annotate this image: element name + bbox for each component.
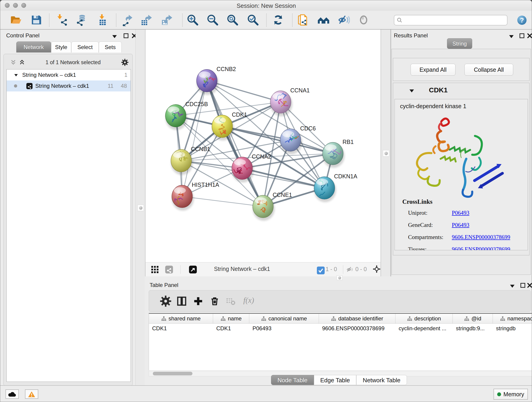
search-input[interactable]	[404, 17, 505, 24]
float-panel-icon[interactable]	[508, 33, 514, 39]
string-import-button[interactable]	[296, 13, 311, 27]
node-CCNB1[interactable]: CCNB1	[171, 146, 210, 175]
show-columns-icon[interactable]	[176, 295, 187, 307]
tab-network-table[interactable]: Network Table	[356, 375, 407, 385]
zoom-selected-button[interactable]	[246, 13, 260, 27]
tab-select[interactable]: Select	[71, 41, 99, 52]
cell[interactable]: stringdb:9...	[453, 324, 493, 333]
cell[interactable]: 9606.ENSP00000378699	[319, 324, 395, 333]
warnings-button[interactable]	[25, 389, 38, 399]
node-table[interactable]: shared name name canonical name database…	[149, 313, 532, 370]
detach-view-icon[interactable]	[189, 266, 197, 274]
search-field[interactable]	[394, 15, 507, 26]
network-row-selected[interactable]: String Network – cdk1 11 48	[7, 80, 131, 91]
column-header-@id[interactable]: @id	[453, 314, 493, 323]
maximize-panel-icon[interactable]	[520, 282, 526, 288]
right-divider-grip[interactable]	[383, 150, 389, 157]
column-type-icon	[161, 316, 167, 321]
import-network-database-button[interactable]	[74, 13, 89, 27]
show-graphics-details-button[interactable]	[356, 13, 371, 27]
network-view-icon[interactable]	[165, 266, 173, 274]
cell[interactable]: stringdb	[493, 324, 532, 333]
delete-column-icon[interactable]	[209, 295, 220, 307]
cell[interactable]: CDK1	[149, 324, 213, 333]
network-overview-icon	[317, 14, 330, 27]
cloud-tasks-button[interactable]	[6, 389, 19, 399]
tab-sets[interactable]: Sets	[99, 41, 122, 52]
hide-unhide-button[interactable]	[336, 13, 351, 27]
create-column-icon[interactable]	[192, 295, 204, 307]
help-button[interactable]: ?	[517, 15, 527, 26]
expand-all-button[interactable]: Expand All	[411, 64, 456, 76]
memory-button[interactable]: Memory	[494, 389, 528, 400]
table-row[interactable]: CDK1CDK1P064939606.ENSP00000378699cyclin…	[149, 324, 532, 333]
first-neighbors-button[interactable]	[271, 13, 285, 27]
node-HIST1H1A[interactable]: HIST1H1A	[171, 182, 219, 211]
collapse-all-icon[interactable]	[10, 59, 16, 65]
scrollbar-thumb[interactable]	[153, 372, 192, 375]
export-table-button[interactable]	[139, 13, 153, 27]
crosslink-link[interactable]: P06493	[452, 222, 469, 228]
column-header-name[interactable]: name	[213, 314, 249, 323]
left-divider-grip[interactable]	[138, 205, 144, 211]
network-collection-row[interactable]: String Network – cdk1 1	[7, 70, 131, 80]
zoom-in-button[interactable]	[185, 13, 200, 27]
network-options-gear-icon[interactable]	[121, 59, 128, 66]
left-split-divider[interactable]	[135, 30, 146, 385]
table-settings-gear-icon[interactable]	[160, 295, 171, 307]
export-image-button[interactable]	[159, 13, 174, 27]
horizontal-divider-grip[interactable]	[336, 275, 342, 280]
network-overview-button[interactable]	[316, 13, 331, 27]
node-CDC25B[interactable]: CDC25B	[165, 101, 208, 130]
column-header-description[interactable]: description	[395, 314, 453, 323]
column-header-namespace[interactable]: namespace	[493, 314, 532, 323]
collapse-section-icon[interactable]	[409, 88, 415, 94]
float-panel-icon[interactable]	[112, 33, 118, 39]
maximize-panel-icon[interactable]	[519, 33, 525, 39]
cell[interactable]: CDK1	[213, 324, 249, 333]
import-network-button[interactable]	[55, 13, 70, 27]
column-header-canonical-name[interactable]: canonical name	[249, 314, 319, 323]
tab-edge-table[interactable]: Edge Table	[314, 375, 356, 385]
column-header-shared-name[interactable]: shared name	[149, 314, 213, 323]
tab-network[interactable]: Network	[16, 41, 51, 52]
open-session-button[interactable]	[8, 13, 23, 27]
crosslink-link[interactable]: P06493	[452, 210, 469, 216]
tab-style[interactable]: Style	[51, 41, 71, 52]
node-CCNB2[interactable]: CCNB2	[196, 66, 236, 95]
node-label-CDK1: CDK1	[232, 111, 247, 118]
maximize-panel-icon[interactable]	[123, 33, 129, 39]
column-type-icon	[464, 316, 469, 321]
node-RB1[interactable]: RB1	[323, 139, 354, 168]
app-window: Session: New Session ? Control Panel Net…	[0, 0, 532, 402]
node-CDK1[interactable]: CDK1	[212, 111, 247, 140]
node-CDC6[interactable]: CDC6	[280, 125, 316, 154]
cell[interactable]: cyclin-dependent ...	[395, 324, 453, 333]
import-table-button[interactable]	[95, 13, 110, 27]
column-header-database-identifier[interactable]: database identifier	[319, 314, 395, 323]
tab-string[interactable]: String	[447, 38, 472, 49]
export-network-button[interactable]	[119, 13, 134, 27]
collapse-all-button[interactable]: Collapse All	[464, 64, 513, 76]
network-canvas[interactable]: CCNB2 CCNA1 CDC25B CDK1 CDC6	[146, 30, 380, 262]
edge-CCNB2-HIST1H1A[interactable]	[182, 81, 207, 196]
edge-HIST1H1A-CCNE1[interactable]	[182, 196, 263, 206]
birdseye-view-icon[interactable]	[373, 265, 381, 274]
crosslink-link[interactable]: 9606.ENSP00000378699	[452, 234, 510, 240]
close-panel-icon[interactable]	[527, 33, 532, 39]
expander-icon[interactable]	[14, 73, 18, 77]
crosslinks-title: CrossLinks	[402, 198, 433, 205]
zoom-out-button[interactable]	[205, 13, 220, 27]
float-panel-icon[interactable]	[509, 283, 515, 289]
crosslink-link[interactable]: 9606.ENSP00000378699	[452, 246, 510, 250]
selected-checkbox-icon[interactable]	[317, 267, 323, 273]
results-panel: Results Panel String Expand All Collapse…	[391, 30, 532, 276]
tab-node-table[interactable]: Node Table	[271, 375, 314, 385]
grid-view-icon[interactable]	[151, 266, 159, 274]
close-panel-icon[interactable]	[527, 282, 532, 288]
cell[interactable]: P06493	[249, 324, 319, 333]
zoom-fit-button[interactable]	[225, 13, 240, 27]
right-split-divider[interactable]	[380, 30, 391, 276]
expand-all-icon[interactable]	[19, 59, 25, 65]
save-session-button[interactable]	[29, 13, 44, 27]
